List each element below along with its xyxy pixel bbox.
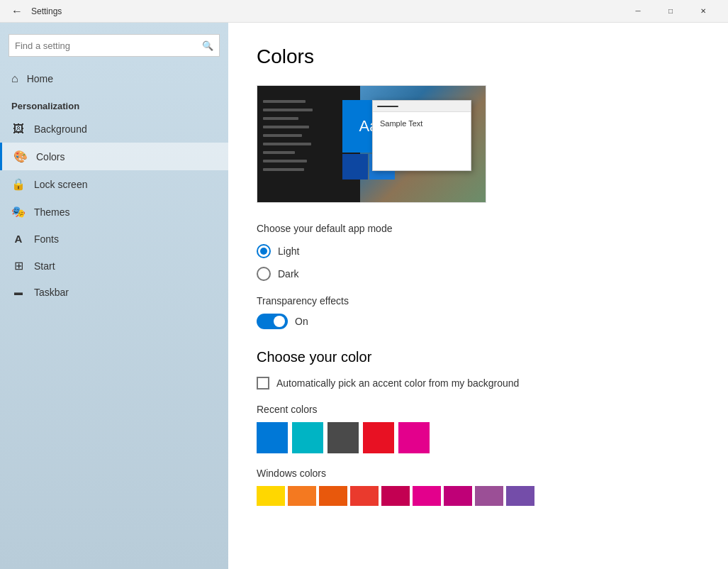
sidebar-item-label: Themes <box>34 206 70 218</box>
sidebar-item-lock-screen[interactable]: 🔒 Lock screen <box>0 170 228 198</box>
recent-color-swatch[interactable] <box>257 422 288 453</box>
windows-color-swatch[interactable] <box>475 486 503 506</box>
auto-accent-label: Automatically pick an accent color from … <box>276 377 519 389</box>
sidebar-item-label: Colors <box>36 151 65 162</box>
back-button[interactable]: ← <box>9 3 26 20</box>
app-title: Settings <box>31 6 622 16</box>
search-icon: 🔍 <box>202 40 213 51</box>
home-icon: ⌂ <box>11 72 18 85</box>
sidebar-item-background[interactable]: 🖼 Background <box>0 116 228 143</box>
sidebar-item-colors[interactable]: 🎨 Colors <box>0 143 228 170</box>
sidebar-item-themes[interactable]: 🎭 Themes <box>0 198 228 226</box>
sidebar-section-title: Personalization <box>0 92 228 116</box>
radio-light[interactable]: Light <box>257 244 700 258</box>
preview-window-content: Sample Text <box>373 112 471 135</box>
radio-label-dark: Dark <box>278 268 299 280</box>
preview-window-titlebar <box>373 101 471 112</box>
radio-label-light: Light <box>278 245 299 257</box>
radio-outer-light <box>257 244 271 258</box>
windows-color-swatch[interactable] <box>444 486 472 506</box>
start-icon: ⊞ <box>11 259 26 272</box>
fonts-icon: A <box>11 233 26 245</box>
preview-lines <box>263 100 313 177</box>
windows-color-swatch[interactable] <box>413 486 441 506</box>
sidebar-item-taskbar[interactable]: ▬ Taskbar <box>0 280 228 305</box>
titlebar: ← Settings ─ □ ✕ <box>0 0 728 23</box>
minimize-button[interactable]: ─ <box>622 0 654 23</box>
sidebar: 🔍 ⌂ Home Personalization 🖼 Background 🎨 … <box>0 23 228 569</box>
recent-color-swatch[interactable] <box>398 422 430 453</box>
radio-dark[interactable]: Dark <box>257 267 700 281</box>
sidebar-item-label: Background <box>34 123 87 135</box>
recent-color-swatch[interactable] <box>363 422 394 453</box>
themes-icon: 🎭 <box>11 205 26 219</box>
app-mode-radio-group: Light Dark <box>257 244 700 281</box>
transparency-toggle[interactable] <box>257 314 288 329</box>
window-controls: ─ □ ✕ <box>622 0 719 23</box>
search-input[interactable] <box>15 40 202 51</box>
windows-colors-label: Windows colors <box>257 468 700 479</box>
recent-color-swatch[interactable] <box>327 422 359 453</box>
windows-color-swatch[interactable] <box>288 486 316 506</box>
sidebar-item-start[interactable]: ⊞ Start <box>0 252 228 280</box>
windows-color-swatch[interactable] <box>257 486 285 506</box>
background-icon: 🖼 <box>11 123 26 136</box>
mode-section-label: Choose your default app mode <box>257 223 700 234</box>
radio-outer-dark <box>257 267 271 281</box>
windows-color-swatch[interactable] <box>381 486 410 506</box>
search-bar[interactable]: 🔍 <box>9 34 220 57</box>
windows-color-swatch[interactable] <box>506 486 534 506</box>
main-content: Colors Aa <box>228 23 728 569</box>
app-body: 🔍 ⌂ Home Personalization 🖼 Background 🎨 … <box>0 23 728 569</box>
transparency-title: Transparency effects <box>257 295 700 306</box>
toggle-thumb <box>274 316 285 327</box>
restore-button[interactable]: □ <box>654 0 687 23</box>
lock-icon: 🔒 <box>11 177 26 191</box>
transparency-state-label: On <box>295 316 308 327</box>
toggle-row: On <box>257 314 700 329</box>
recent-colors-label: Recent colors <box>257 404 700 415</box>
sidebar-item-fonts[interactable]: A Fonts <box>0 226 228 252</box>
colors-icon: 🎨 <box>13 150 28 163</box>
sidebar-item-home[interactable]: ⌂ Home <box>0 65 228 92</box>
tile-sm3 <box>342 154 368 179</box>
theme-preview: Aa Sample Text <box>257 85 486 203</box>
choose-color-title: Choose your color <box>257 349 700 365</box>
home-label: Home <box>27 73 53 84</box>
windows-colors-swatches <box>257 486 700 506</box>
preview-window: Sample Text <box>372 100 471 171</box>
windows-color-swatch[interactable] <box>319 486 347 506</box>
radio-inner-light <box>260 248 267 255</box>
recent-color-swatch[interactable] <box>292 422 323 453</box>
close-button[interactable]: ✕ <box>687 0 719 23</box>
taskbar-icon: ▬ <box>11 287 26 297</box>
sidebar-item-label: Taskbar <box>34 287 69 298</box>
sidebar-item-label: Start <box>34 260 55 272</box>
windows-color-swatch[interactable] <box>350 486 379 506</box>
page-title: Colors <box>257 45 700 68</box>
recent-colors-swatches <box>257 422 700 453</box>
auto-accent-checkbox-row[interactable]: Automatically pick an accent color from … <box>257 377 700 390</box>
auto-accent-checkbox[interactable] <box>257 377 269 390</box>
sidebar-item-label: Lock screen <box>34 179 87 190</box>
sidebar-item-label: Fonts <box>34 233 59 245</box>
transparency-section: Transparency effects On <box>257 295 700 329</box>
